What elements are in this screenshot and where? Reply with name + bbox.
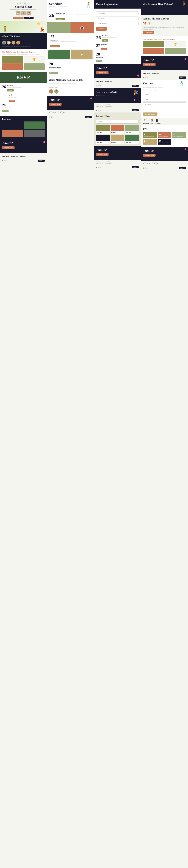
col4-ay-btn[interactable]: Learn More xyxy=(143,31,154,34)
contact-message-input[interactable] xyxy=(143,102,186,110)
col3-dot-2[interactable] xyxy=(98,85,99,86)
col3-join-btn[interactable]: Register Now xyxy=(96,71,109,74)
col3-dot-b1[interactable] xyxy=(96,167,97,168)
col3-dot-b2[interactable] xyxy=(98,167,99,168)
col4-join-bottom-btn[interactable]: Register Now xyxy=(143,154,155,157)
col2-join-btn[interactable]: Register Now xyxy=(49,103,62,105)
col4-contact-links: Event's Website Register xyxy=(143,89,186,91)
contact-email-input[interactable] xyxy=(143,98,186,101)
annual-illus: 🏃 xyxy=(181,1,187,7)
dot-2[interactable] xyxy=(4,160,5,161)
col1-about-title: About The Event xyxy=(2,35,45,38)
hero-btn-learn[interactable]: Learn More xyxy=(24,17,34,19)
ei-time: TIME 9:00 AM xyxy=(20,154,26,157)
col2-day28: 28 Closing Ceremony Lorem ipsum dolor si… xyxy=(47,60,94,76)
col3-d26-btn[interactable]: Details xyxy=(102,39,108,41)
col3-dot2-3[interactable] xyxy=(100,110,101,111)
day3-btn[interactable]: Details xyxy=(2,110,8,112)
day26-desc: Lorem ipsum dolor sit amet consectetur a… xyxy=(55,14,92,16)
contact-name-input[interactable] xyxy=(143,93,186,96)
blog-title-6: Blog Post xyxy=(126,142,138,143)
col1-2020-grid: 🏆 xyxy=(2,56,45,70)
col3-dot2-2[interactable] xyxy=(98,110,99,111)
col3-dots-2: Next → xyxy=(94,108,141,113)
contact-send-btn[interactable]: Send Message xyxy=(143,113,157,116)
col1-nav-btn[interactable]: Next → xyxy=(38,160,45,162)
col4-2020-title: The 2020 Annual Divi Company Retreat xyxy=(143,38,186,40)
col3-dot-1[interactable] xyxy=(96,85,97,86)
ei-date-val: June 26-28 xyxy=(2,156,9,157)
col2-nav-btn[interactable]: Next → xyxy=(85,116,92,118)
about-icon-3: 🎵 xyxy=(11,41,15,44)
col4-nav-bottom-btn[interactable]: Next → xyxy=(179,167,186,169)
col3-dot2-1[interactable] xyxy=(96,110,97,111)
dot-3[interactable] xyxy=(6,160,7,161)
col4-ei2-v2: Date xyxy=(150,122,154,124)
blog-search-input[interactable] xyxy=(96,120,139,124)
col3-dot-3[interactable] xyxy=(100,85,101,86)
col4-dot-2[interactable] xyxy=(145,77,146,78)
col3-nav-bottom-btn[interactable]: Next → xyxy=(132,166,139,168)
dot-1[interactable] xyxy=(2,160,3,161)
col1-join-us: Join Us! Register Now xyxy=(0,139,47,153)
col3-ei3-date: DATE June 26-28 xyxy=(96,161,103,164)
blog-card-2: Blog Post xyxy=(111,125,124,134)
reg-lastname[interactable] xyxy=(96,17,139,20)
reg-submit-btn[interactable]: Submit xyxy=(96,27,107,31)
col4-dot-b2[interactable] xyxy=(145,167,146,168)
day27-btn[interactable]: Learn More xyxy=(50,45,60,47)
day26-btn[interactable]: Learn More xyxy=(55,18,65,20)
col3-blog-title: Event Blog xyxy=(96,115,139,118)
col4-join-btn[interactable]: Register Now xyxy=(143,63,155,66)
day26-title: Opening Night xyxy=(55,12,92,14)
col3-ei-date-val: June 26-28 xyxy=(96,81,103,82)
col3-d27-btn[interactable]: Details xyxy=(101,48,107,50)
main-wrapper: ✦ SPECIAL ✦ Special Event Lorem ipsum do… xyxy=(0,0,188,170)
col3-d28-btn[interactable]: Details xyxy=(96,60,102,62)
col2-dot-1[interactable] xyxy=(49,117,50,118)
col3-nav-btn[interactable]: Next → xyxy=(132,85,139,87)
reg-email[interactable] xyxy=(96,22,139,25)
col3-join-bottom-btn[interactable]: Register Now xyxy=(96,153,109,156)
col4-nav-btn[interactable]: Next → xyxy=(179,76,186,79)
col2-dot-3[interactable] xyxy=(52,117,53,118)
col1-day-3: 28 Day Three events Details xyxy=(2,103,45,112)
col4-balloon xyxy=(185,58,186,60)
col4-contact-sub: Lorem ipsum dolor sit amet consectetur xyxy=(143,87,186,88)
col3-blog: Event Blog Blog Post Blog Post xyxy=(94,113,141,146)
col4-dot-b3[interactable] xyxy=(147,167,148,168)
hero-btn-register[interactable]: Register Now xyxy=(13,17,24,19)
col4-2020: The 2020 Annual Divi Company Retreat 🏆 xyxy=(141,36,188,56)
col3-nav2-btn[interactable]: Next → xyxy=(132,109,139,112)
day28-btn[interactable]: Learn More xyxy=(49,72,58,74)
col4-dot-b1[interactable] xyxy=(143,167,144,168)
col3-ei2-2: LOCATION Malibu, CA xyxy=(105,104,112,107)
col4-contact-header: Contact 🕺 xyxy=(143,82,186,85)
day1-btn[interactable]: Details xyxy=(7,89,14,91)
col3-reg-title: Event Registration xyxy=(96,3,139,6)
col4-join-bottom-title: Join Us! xyxy=(143,149,186,153)
col4-dot-1[interactable] xyxy=(143,77,144,78)
col4-contact: Contact 🕺 Lorem ipsum dolor sit amet con… xyxy=(141,80,188,118)
balloon-pink xyxy=(43,141,45,143)
col2-sched-illus: 🕺 xyxy=(85,2,92,8)
dont-miss-link[interactable]: Register Today xyxy=(49,86,58,88)
col2-day26: 26 Opening Night Lorem ipsum dolor sit a… xyxy=(47,11,94,22)
col4-ei-date-v: June 26-28 xyxy=(143,72,150,74)
contact-link-2[interactable]: Register xyxy=(153,89,158,91)
col3-dot-b3[interactable] xyxy=(100,167,101,168)
reg-firstname[interactable] xyxy=(96,11,139,15)
col2-dot-2[interactable] xyxy=(51,117,52,118)
faq-text-1: Lorem ipsum dolor xyxy=(144,135,156,137)
col4-ay-icons: 🐕 🧍 xyxy=(143,22,186,25)
blog-title-2: Blog Post xyxy=(111,132,124,133)
col1-day-2: 27 Day Two events Details xyxy=(2,93,45,102)
col4-dot-3[interactable] xyxy=(147,77,148,78)
col1-join-btn[interactable]: Register Now xyxy=(2,146,14,149)
about-icon-4: 🏆 xyxy=(16,41,20,44)
col1-hero-title: Special Event xyxy=(2,5,45,8)
col1-join-title: Join Us! xyxy=(2,142,45,145)
col3-dots-bottom: Next → xyxy=(94,165,141,169)
contact-link-1[interactable]: Event's Website xyxy=(143,89,153,91)
day2-btn[interactable]: Details xyxy=(9,100,15,102)
